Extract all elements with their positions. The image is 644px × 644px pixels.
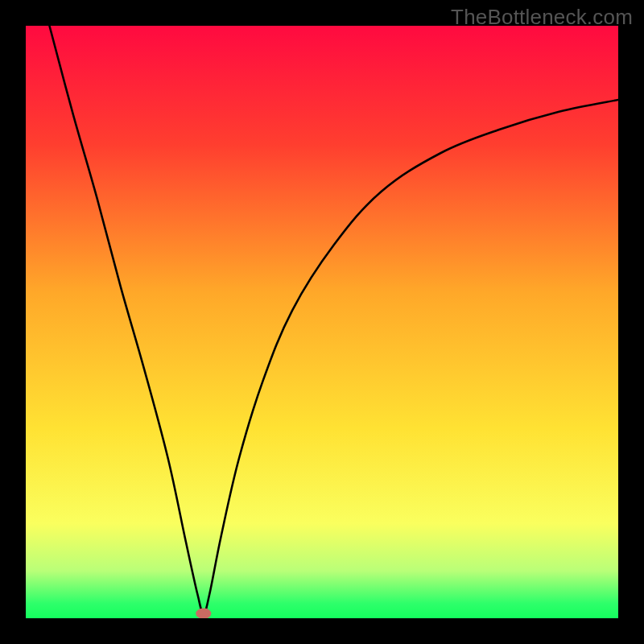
watermark-text: TheBottleneck.com bbox=[451, 5, 633, 30]
gradient-background bbox=[26, 26, 618, 618]
bottleneck-curve-chart bbox=[26, 26, 618, 618]
plot-area bbox=[26, 26, 618, 618]
chart-container: TheBottleneck.com bbox=[0, 0, 644, 644]
